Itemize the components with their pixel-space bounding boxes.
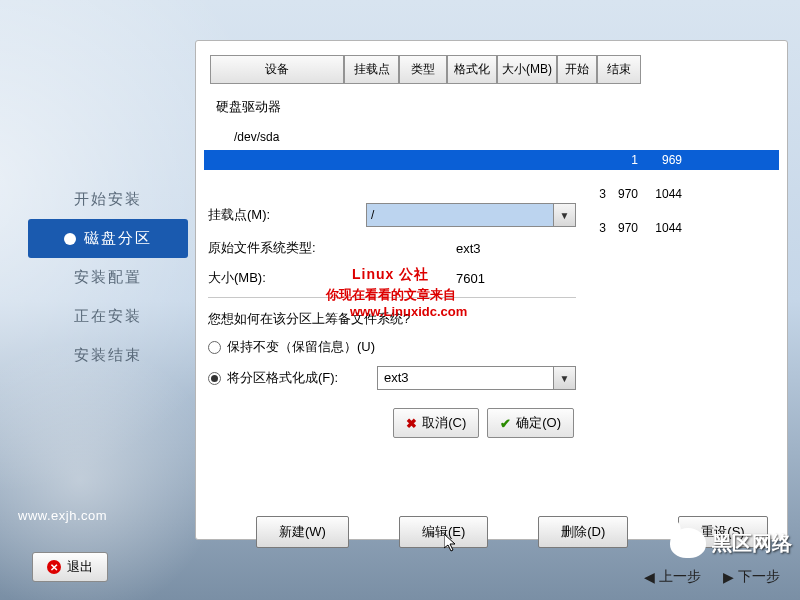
format-value: ext3	[378, 367, 553, 389]
radio-icon[interactable]	[208, 341, 221, 354]
fs-orig-label: 原始文件系统类型:	[208, 239, 366, 257]
cancel-button[interactable]: ✖取消(C)	[393, 408, 479, 438]
new-button[interactable]: 新建(W)	[256, 516, 349, 548]
partition-panel: 设备 挂载点 类型 格式化 大小(MB) 开始 结束 硬盘驱动器 /dev/sd…	[195, 40, 788, 540]
brand-overlay: 黑区网络	[670, 528, 792, 558]
th-mount[interactable]: 挂载点	[344, 55, 399, 84]
prev-button[interactable]: ◀上一步	[636, 562, 709, 592]
sidebar-item-start[interactable]: 开始安装	[28, 180, 188, 219]
delete-button[interactable]: 删除(D)	[538, 516, 628, 548]
size-label: 大小(MB):	[208, 269, 366, 287]
th-start[interactable]: 开始	[557, 55, 597, 84]
table-row[interactable]: 1 969	[204, 150, 779, 170]
size-value: 7601	[456, 271, 485, 286]
th-device[interactable]: 设备	[210, 55, 344, 84]
sidebar-item-partition[interactable]: 磁盘分区	[28, 219, 188, 258]
site-url: www.exjh.com	[18, 508, 107, 523]
mount-combo[interactable]: ▼	[366, 203, 576, 227]
edit-partition-dialog: 挂载点(M): ▼ 原始文件系统类型: ext3 大小(MB): 7601 您想…	[200, 191, 584, 481]
th-end[interactable]: 结束	[597, 55, 641, 84]
format-combo[interactable]: ext3 ▼	[377, 366, 576, 390]
installer-sidebar: 开始安装 磁盘分区 安装配置 正在安装 安装结束	[28, 180, 188, 375]
drive-group: 硬盘驱动器	[216, 98, 787, 116]
sidebar-item-config[interactable]: 安装配置	[28, 258, 188, 297]
edit-button[interactable]: 编辑(E)	[399, 516, 488, 548]
th-type[interactable]: 类型	[399, 55, 447, 84]
exit-button[interactable]: ✕ 退出	[32, 552, 108, 582]
sidebar-item-label: 磁盘分区	[84, 229, 152, 248]
table-header: 设备 挂载点 类型 格式化 大小(MB) 开始 结束	[210, 55, 773, 84]
x-icon: ✖	[406, 416, 417, 431]
device-label[interactable]: /dev/sda	[234, 130, 787, 144]
next-button[interactable]: ▶下一步	[715, 562, 788, 592]
ok-button[interactable]: ✔确定(O)	[487, 408, 574, 438]
mount-input[interactable]	[367, 204, 553, 226]
chevron-down-icon[interactable]: ▼	[553, 367, 575, 389]
check-icon: ✔	[500, 416, 511, 431]
radio-icon[interactable]	[208, 372, 221, 385]
th-format[interactable]: 格式化	[447, 55, 497, 84]
mushroom-icon	[670, 528, 706, 558]
radio-format[interactable]: 将分区格式化成(F): ext3 ▼	[208, 366, 576, 390]
mount-label: 挂载点(M):	[208, 206, 366, 224]
bullet-icon	[64, 233, 76, 245]
chevron-down-icon[interactable]: ▼	[553, 204, 575, 226]
fs-orig-value: ext3	[456, 241, 481, 256]
th-size[interactable]: 大小(MB)	[497, 55, 557, 84]
sidebar-item-finish[interactable]: 安装结束	[28, 336, 188, 375]
dialog-question: 您想如何在该分区上筹备文件系统?	[208, 310, 410, 328]
radio-keep[interactable]: 保持不变（保留信息）(U)	[208, 338, 576, 356]
close-icon: ✕	[47, 560, 61, 574]
sidebar-item-installing[interactable]: 正在安装	[28, 297, 188, 336]
